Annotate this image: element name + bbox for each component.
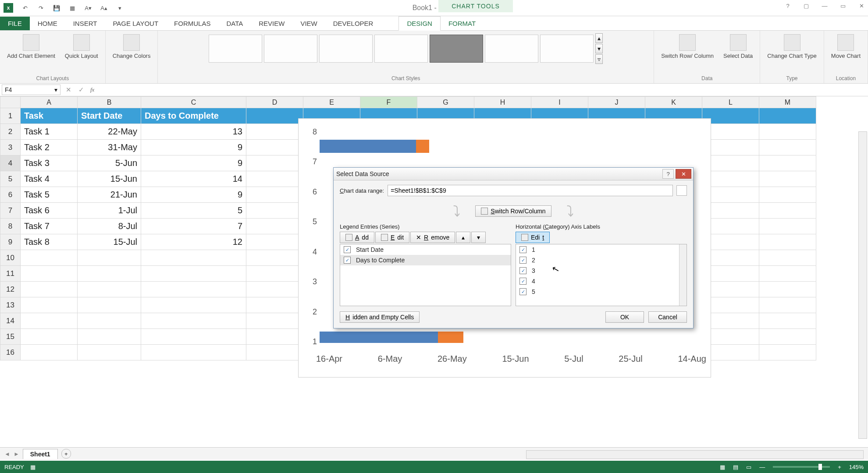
redo-icon[interactable]: ↷ <box>37 4 45 12</box>
col-header-G[interactable]: G <box>417 97 474 108</box>
checkbox-icon[interactable]: ✓ <box>519 278 526 285</box>
dialog-close-icon[interactable]: ✕ <box>676 169 691 179</box>
tab-file[interactable]: FILE <box>0 17 30 30</box>
styles-scroll-up-icon[interactable]: ▴ <box>595 33 603 43</box>
minimize-icon[interactable]: — <box>821 2 829 10</box>
col-header-K[interactable]: K <box>645 97 702 108</box>
sheet-nav-next-icon[interactable]: ► <box>14 451 19 457</box>
view-page-break-icon[interactable]: ▭ <box>746 464 751 470</box>
new-sheet-icon[interactable]: + <box>61 449 71 459</box>
category-list[interactable]: ✓1 ✓2 ✓3 ✓4 ✓5 <box>516 244 687 306</box>
row-header-7[interactable]: 7 <box>0 203 21 219</box>
row-header-1[interactable]: 1 <box>0 108 21 124</box>
col-header-M[interactable]: M <box>759 97 816 108</box>
close-icon[interactable]: ✕ <box>857 2 865 10</box>
col-header-F[interactable]: F <box>360 97 417 108</box>
col-header-J[interactable]: J <box>588 97 645 108</box>
add-chart-element-button[interactable]: Add Chart Element <box>4 33 58 60</box>
checkbox-icon[interactable]: ✓ <box>519 288 526 295</box>
row-header-2[interactable]: 2 <box>0 124 21 140</box>
series-add-button[interactable]: Add <box>340 232 374 243</box>
dialog-titlebar[interactable]: Select Data Source ? ✕ <box>334 168 693 180</box>
tab-format[interactable]: FORMAT <box>441 17 484 30</box>
save-icon[interactable]: 💾 <box>53 4 60 12</box>
chart-data-range-input[interactable] <box>388 185 673 196</box>
tab-home[interactable]: HOME <box>30 17 65 30</box>
select-all-corner[interactable] <box>0 97 21 108</box>
col-header-E[interactable]: E <box>303 97 360 108</box>
quick-layout-button[interactable]: Quick Layout <box>62 33 101 60</box>
checkbox-icon[interactable]: ✓ <box>519 257 526 264</box>
sheet-nav-prev-icon[interactable]: ◄ <box>4 451 10 457</box>
tab-page-layout[interactable]: PAGE LAYOUT <box>105 17 166 30</box>
change-colors-button[interactable]: Change Colors <box>110 33 153 60</box>
chart-style-5-selected[interactable] <box>430 35 483 63</box>
chart-style-3[interactable] <box>319 35 373 63</box>
col-header-D[interactable]: D <box>246 97 303 108</box>
tab-formulas[interactable]: FORMULAS <box>166 17 218 30</box>
styles-more-icon[interactable]: ▿ <box>595 54 603 64</box>
series-list[interactable]: ✓Start Date ✓Days to Complete <box>340 244 511 306</box>
checkbox-icon[interactable]: ✓ <box>519 267 526 274</box>
col-header-L[interactable]: L <box>702 97 759 108</box>
ribbon-display-icon[interactable]: ▢ <box>802 2 810 10</box>
undo-icon[interactable]: ↶ <box>21 4 29 12</box>
dialog-help-icon[interactable]: ? <box>662 169 674 179</box>
row-header-4[interactable]: 4 <box>0 155 21 171</box>
checkbox-icon[interactable]: ✓ <box>344 246 351 253</box>
category-scrollbar[interactable] <box>679 244 687 306</box>
name-box[interactable]: F4▾ <box>2 85 60 95</box>
styles-scroll-down-icon[interactable]: ▾ <box>595 44 603 53</box>
col-header-H[interactable]: H <box>474 97 531 108</box>
chart-style-2[interactable] <box>264 35 317 63</box>
col-header-I[interactable]: I <box>531 97 588 108</box>
restore-icon[interactable]: ▭ <box>839 2 847 10</box>
worksheet-vertical-scrollbar[interactable] <box>858 131 867 439</box>
col-header-A[interactable]: A <box>21 97 78 108</box>
switch-row-column-dialog-button[interactable]: Switch Row/Column <box>475 205 551 217</box>
change-chart-type-button[interactable]: Change Chart Type <box>765 33 819 60</box>
col-header-B[interactable]: B <box>78 97 141 108</box>
move-chart-button[interactable]: Move Chart <box>829 33 863 60</box>
col-header-C[interactable]: C <box>141 97 246 108</box>
view-page-layout-icon[interactable]: ▤ <box>733 464 738 470</box>
macro-record-icon[interactable]: ▦ <box>30 464 36 470</box>
series-edit-button[interactable]: Edit <box>375 232 409 243</box>
formula-cancel-icon[interactable]: ✕ <box>66 86 71 94</box>
help-icon[interactable]: ? <box>784 2 792 10</box>
zoom-out-icon[interactable]: — <box>759 464 765 470</box>
chart-style-4[interactable] <box>374 35 428 63</box>
zoom-slider[interactable] <box>773 466 830 468</box>
zoom-level[interactable]: 145% <box>849 464 864 470</box>
tab-developer[interactable]: DEVELOPER <box>325 17 381 30</box>
row-header-3[interactable]: 3 <box>0 140 21 155</box>
series-move-down-button[interactable]: ▾ <box>471 232 486 243</box>
series-move-up-button[interactable]: ▴ <box>456 232 470 243</box>
row-header-8[interactable]: 8 <box>0 219 21 234</box>
sheet-tab-sheet1[interactable]: Sheet1 <box>23 449 58 459</box>
namebox-dropdown-icon[interactable]: ▾ <box>54 86 57 93</box>
formula-enter-icon[interactable]: ✓ <box>78 86 84 94</box>
new-icon[interactable]: ▦ <box>68 4 76 12</box>
tab-design[interactable]: DESIGN <box>398 16 441 31</box>
zoom-in-icon[interactable]: + <box>838 464 841 470</box>
series-remove-button[interactable]: ✕ Remove <box>410 232 455 243</box>
row-header-5[interactable]: 5 <box>0 171 21 187</box>
chart-styles-gallery[interactable]: ▴ ▾ ▿ <box>209 33 603 64</box>
select-data-button[interactable]: Select Data <box>721 33 755 60</box>
chart-style-1[interactable] <box>209 35 262 63</box>
font-increase-icon[interactable]: A▴ <box>100 4 108 12</box>
tab-view[interactable]: VIEW <box>292 17 325 30</box>
chart-style-7[interactable] <box>540 35 594 63</box>
switch-row-column-button[interactable]: Switch Row/ Column <box>658 33 716 60</box>
ok-button[interactable]: OK <box>605 311 644 323</box>
tab-data[interactable]: DATA <box>218 17 251 30</box>
hidden-empty-cells-button[interactable]: Hidden and Empty Cells <box>340 311 420 323</box>
cancel-button[interactable]: Cancel <box>648 311 687 323</box>
cell-A1[interactable]: Task <box>21 108 78 124</box>
qat-dropdown-icon[interactable]: ▾ <box>116 4 124 12</box>
cell-B1[interactable]: Start Date <box>78 108 141 124</box>
row-header-9[interactable]: 9 <box>0 234 21 250</box>
row-header-6[interactable]: 6 <box>0 187 21 203</box>
axis-labels-edit-button[interactable]: Edit <box>516 232 550 243</box>
